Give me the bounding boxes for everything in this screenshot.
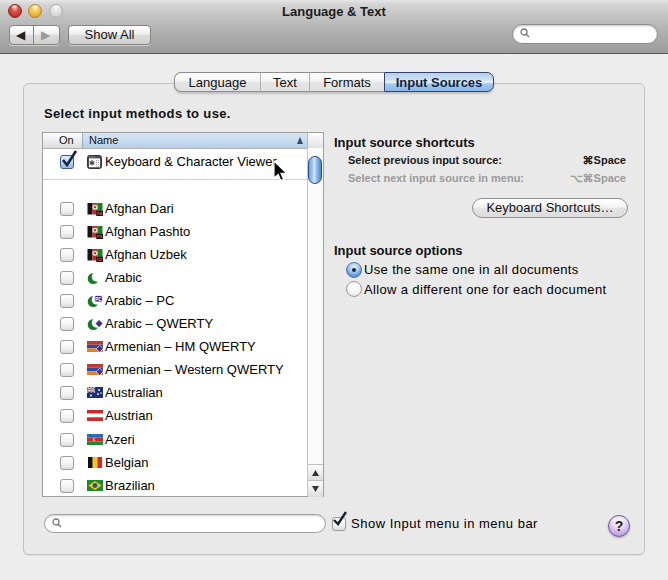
svg-text:UZ: UZ [97, 257, 103, 262]
svg-text:FA: FA [97, 211, 103, 216]
svg-text:PS: PS [97, 234, 103, 239]
svg-text:PC: PC [95, 297, 102, 302]
